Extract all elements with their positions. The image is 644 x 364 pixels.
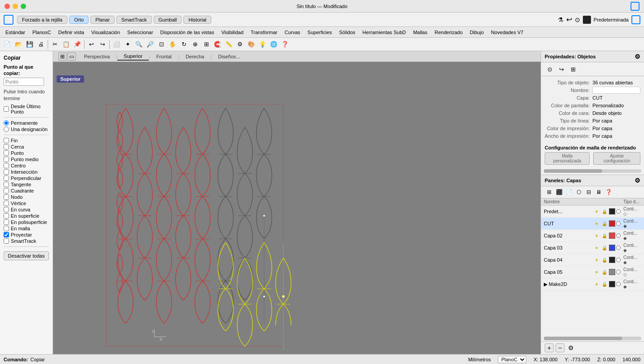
menu-disposicion[interactable]: Disposición de las vistas xyxy=(157,29,218,36)
zoom-fit-tool[interactable]: ⊡ xyxy=(156,39,167,50)
measure-tool[interactable]: 📏 xyxy=(223,39,234,50)
nodo-checkbox[interactable] xyxy=(4,194,9,200)
layer-row[interactable]: ▶ Make2D☀🔒Conti... ◆ xyxy=(541,278,644,290)
render-tool[interactable]: 🌐 xyxy=(268,39,279,50)
menu-transformar[interactable]: Transformar xyxy=(247,29,281,36)
material-icon[interactable]: ↪ xyxy=(556,64,566,74)
layers-help-icon[interactable]: ❓ xyxy=(604,188,613,197)
select-tool[interactable]: ⬜ xyxy=(111,39,122,50)
minimize-button[interactable] xyxy=(13,4,18,9)
canvas-area[interactable]: Superior xyxy=(53,62,541,354)
punto-medio-checkbox[interactable] xyxy=(4,157,9,162)
layer-color-swatch[interactable] xyxy=(609,208,615,215)
permanent-radio[interactable] xyxy=(4,120,9,126)
layer-lock-icon[interactable]: 🔒 xyxy=(602,246,609,250)
material-tool[interactable]: 🎨 xyxy=(246,39,257,50)
layer-sun-icon[interactable]: ☀ xyxy=(595,221,602,226)
record-icon[interactable]: ⊙ xyxy=(575,16,580,23)
menu-novedades[interactable]: Novedades V7 xyxy=(488,29,527,36)
interseccion-checkbox[interactable] xyxy=(4,169,9,175)
layers-add-icon[interactable]: ⬛ xyxy=(555,188,564,197)
zoom-in-tool[interactable]: 🔍 xyxy=(133,39,144,50)
undo-tool[interactable]: ↩ xyxy=(86,39,97,50)
vertice-checkbox[interactable] xyxy=(4,201,9,206)
props-scrollbar[interactable] xyxy=(544,169,641,173)
new-tool[interactable]: 📄 xyxy=(2,39,13,50)
menu-seleccionar[interactable]: Seleccionar xyxy=(124,29,156,36)
copy-tool[interactable]: 📋 xyxy=(61,39,71,50)
layer-circle[interactable] xyxy=(616,258,621,262)
viewport[interactable]: ⊞ ▭ Perspectiva | Superior | Frontal | D… xyxy=(53,51,541,354)
menu-visualizacion[interactable]: Visualización xyxy=(88,29,124,36)
layer-circle[interactable] xyxy=(616,246,621,250)
add-layer-btn[interactable]: + xyxy=(545,343,554,352)
cerca-checkbox[interactable] xyxy=(4,144,9,149)
obj-props-icon[interactable]: ⊙ xyxy=(545,64,555,74)
layer-row[interactable]: Capa 03☀🔒Conti... ◆ xyxy=(541,242,644,254)
from-last-checkbox[interactable] xyxy=(4,106,9,112)
dimension-tool[interactable]: ⚙ xyxy=(235,39,245,50)
layers-gear-icon[interactable]: ⚙ xyxy=(635,177,640,184)
layer-row[interactable]: CUT☀🔒Conti... ◆ xyxy=(541,218,644,230)
tab-derecha[interactable]: Derecha xyxy=(179,53,211,60)
layer-lock-icon[interactable]: 🔒 xyxy=(602,221,609,226)
menu-solidos[interactable]: Sólidos xyxy=(336,29,359,36)
grid-view-icon[interactable]: ⊞ xyxy=(58,53,67,61)
layer-sun-icon[interactable]: ☀ xyxy=(595,246,602,250)
gumball-button[interactable]: Gumball xyxy=(154,16,182,24)
tab-perspectiva[interactable]: Perspectiva xyxy=(78,53,116,60)
en-polisuperficie-checkbox[interactable] xyxy=(4,219,9,225)
desactivar-button[interactable]: Desactivar todas xyxy=(4,251,49,260)
layer-color-swatch[interactable] xyxy=(609,269,615,275)
layer-circle[interactable] xyxy=(616,233,621,238)
layer-row[interactable]: Capa 02☀🔒Conti... ◆ xyxy=(541,230,644,242)
layer-lock-icon[interactable]: 🔒 xyxy=(602,270,609,275)
menu-dibujo[interactable]: Dibujo xyxy=(466,29,487,36)
tangente-checkbox[interactable] xyxy=(4,182,9,187)
color-swatch-toolbar[interactable] xyxy=(583,16,591,24)
move-tool[interactable]: ⊕ xyxy=(190,39,200,50)
light-tool[interactable]: 💡 xyxy=(257,39,268,50)
smarttrack-snap-checkbox[interactable] xyxy=(4,238,9,244)
save-tool[interactable]: 💾 xyxy=(24,39,35,50)
menu-herramientas[interactable]: Herramientas SubD xyxy=(359,29,410,36)
orto-button[interactable]: Orto xyxy=(69,16,89,24)
layers-scrollbar[interactable] xyxy=(544,337,641,340)
point-input[interactable] xyxy=(4,78,44,86)
punto-checkbox[interactable] xyxy=(4,150,9,156)
nombre-value[interactable] xyxy=(592,87,640,94)
layer-sun-icon[interactable]: ☀ xyxy=(595,209,602,214)
layer-circle[interactable] xyxy=(616,221,621,226)
properties-gear-icon[interactable]: ⚙ xyxy=(635,53,640,60)
layer-sun-icon[interactable]: ☀ xyxy=(595,270,602,275)
snap-button[interactable]: Forzado a la rejilla xyxy=(17,16,67,24)
layer-row[interactable]: Capa 05☀🔒Conti... ◇ xyxy=(541,266,644,278)
snap-tool[interactable]: 🧲 xyxy=(212,39,223,50)
menu-renderizado[interactable]: Renderizado xyxy=(431,29,466,36)
historial-button[interactable]: Historial xyxy=(183,16,211,24)
fin-checkbox[interactable] xyxy=(4,138,9,143)
layer-sun-icon[interactable]: ☀ xyxy=(595,258,602,263)
remove-layer-btn[interactable]: − xyxy=(555,343,564,352)
layer-lock-icon[interactable]: 🔒 xyxy=(602,233,609,238)
rotate-tool[interactable]: ↻ xyxy=(178,39,189,50)
malla-personalizada-btn[interactable]: Malla personalizada xyxy=(545,152,590,165)
help-tool[interactable]: ❓ xyxy=(280,39,290,50)
display-icon[interactable]: ⊞ xyxy=(568,64,578,74)
centro-checkbox[interactable] xyxy=(4,163,9,168)
cut-tool[interactable]: ✂ xyxy=(49,39,60,50)
en-malla-checkbox[interactable] xyxy=(4,226,9,231)
menu-visibilidad[interactable]: Visibilidad xyxy=(218,29,247,36)
layers-grid-icon[interactable]: ⊟ xyxy=(584,188,593,197)
layers-3d-icon[interactable]: ⬡ xyxy=(574,188,583,197)
close-button[interactable] xyxy=(4,4,10,9)
layers-stack-icon[interactable]: ⊞ xyxy=(545,188,554,197)
layer-circle[interactable] xyxy=(616,270,621,274)
layer-circle[interactable] xyxy=(616,209,621,214)
one-radio[interactable] xyxy=(4,127,9,132)
menu-superficies[interactable]: Superficies xyxy=(304,29,335,36)
open-tool[interactable]: 📂 xyxy=(13,39,24,50)
layer-color-swatch[interactable] xyxy=(609,257,615,263)
layer-lock-icon[interactable]: 🔒 xyxy=(602,209,609,214)
en-curva-checkbox[interactable] xyxy=(4,207,9,212)
